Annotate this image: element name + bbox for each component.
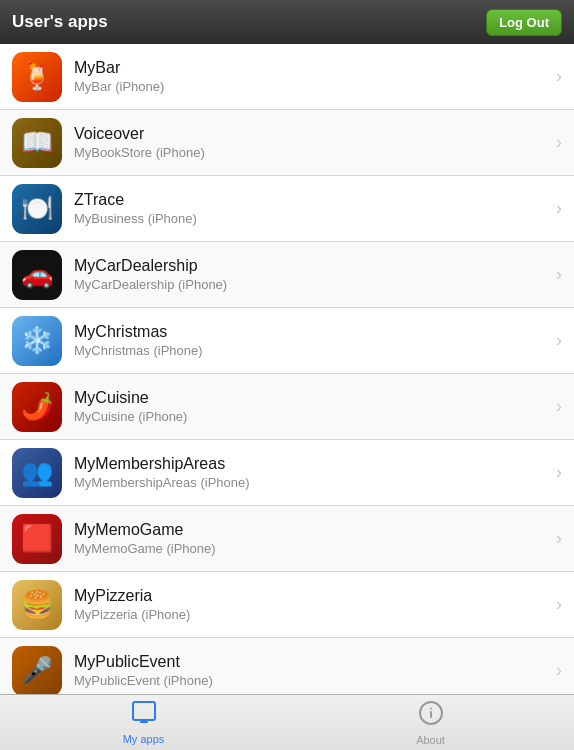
chevron-right-icon: ›: [556, 660, 562, 681]
app-info: Voiceover MyBookStore (iPhone): [74, 125, 548, 160]
list-item[interactable]: 🎤 MyPublicEvent MyPublicEvent (iPhone) ›: [0, 638, 574, 694]
app-info: ZTrace MyBusiness (iPhone): [74, 191, 548, 226]
mycuisine-icon: 🌶️: [12, 382, 62, 432]
app-info: MyCuisine MyCuisine (iPhone): [74, 389, 548, 424]
app-icon: 🍹: [12, 52, 62, 102]
app-icon: 🍽️: [12, 184, 62, 234]
chevron-right-icon: ›: [556, 594, 562, 615]
tab-bar: My apps About: [0, 694, 574, 750]
mymembershipareas-icon: 👥: [12, 448, 62, 498]
chevron-right-icon: ›: [556, 396, 562, 417]
app-icon: 🌶️: [12, 382, 62, 432]
tab-myapps[interactable]: My apps: [0, 697, 287, 749]
list-item[interactable]: 🌶️ MyCuisine MyCuisine (iPhone) ›: [0, 374, 574, 440]
svg-rect-3: [430, 711, 432, 718]
app-subtitle: MyCuisine (iPhone): [74, 409, 548, 424]
app-subtitle: MyMemoGame (iPhone): [74, 541, 548, 556]
app-name: MyPublicEvent: [74, 653, 548, 671]
app-subtitle: MyPizzeria (iPhone): [74, 607, 548, 622]
app-icon: 🍔: [12, 580, 62, 630]
list-item[interactable]: 🍽️ ZTrace MyBusiness (iPhone) ›: [0, 176, 574, 242]
info-icon: [418, 700, 444, 732]
chevron-right-icon: ›: [556, 264, 562, 285]
app-info: MyCarDealership MyCarDealership (iPhone): [74, 257, 548, 292]
ztrace-icon: 🍽️: [12, 184, 62, 234]
app-name: MyCarDealership: [74, 257, 548, 275]
chevron-right-icon: ›: [556, 66, 562, 87]
app-name: MyCuisine: [74, 389, 548, 407]
chevron-right-icon: ›: [556, 132, 562, 153]
mycardealership-icon: 🚗: [12, 250, 62, 300]
app-icon: 📖: [12, 118, 62, 168]
app-name: MyChristmas: [74, 323, 548, 341]
svg-rect-4: [430, 707, 432, 709]
app-list: 🍹 MyBar MyBar (iPhone) › 📖 Voiceover MyB…: [0, 44, 574, 694]
tablet-icon: [130, 701, 158, 731]
header: User's apps Log Out: [0, 0, 574, 44]
list-item[interactable]: 🍔 MyPizzeria MyPizzeria (iPhone) ›: [0, 572, 574, 638]
app-name: MyPizzeria: [74, 587, 548, 605]
header-title: User's apps: [12, 12, 108, 32]
chevron-right-icon: ›: [556, 330, 562, 351]
mypublicevent-icon: 🎤: [12, 646, 62, 695]
app-info: MyChristmas MyChristmas (iPhone): [74, 323, 548, 358]
app-icon: 🟥: [12, 514, 62, 564]
app-icon: 👥: [12, 448, 62, 498]
mychristmas-icon: ❄️: [12, 316, 62, 366]
app-icon: 🚗: [12, 250, 62, 300]
app-name: MyMemoGame: [74, 521, 548, 539]
list-item[interactable]: 🚗 MyCarDealership MyCarDealership (iPhon…: [0, 242, 574, 308]
app-name: Voiceover: [74, 125, 548, 143]
chevron-right-icon: ›: [556, 528, 562, 549]
chevron-right-icon: ›: [556, 462, 562, 483]
tab-about[interactable]: About: [287, 696, 574, 750]
mybar-icon: 🍹: [12, 52, 62, 102]
list-item[interactable]: 🟥 MyMemoGame MyMemoGame (iPhone) ›: [0, 506, 574, 572]
app-name: MyMembershipAreas: [74, 455, 548, 473]
app-info: MyPublicEvent MyPublicEvent (iPhone): [74, 653, 548, 688]
list-item[interactable]: 👥 MyMembershipAreas MyMembershipAreas (i…: [0, 440, 574, 506]
tab-about-label: About: [416, 734, 445, 746]
app-subtitle: MyChristmas (iPhone): [74, 343, 548, 358]
chevron-right-icon: ›: [556, 198, 562, 219]
app-subtitle: MyBusiness (iPhone): [74, 211, 548, 226]
app-subtitle: MyMembershipAreas (iPhone): [74, 475, 548, 490]
app-icon: ❄️: [12, 316, 62, 366]
app-subtitle: MyCarDealership (iPhone): [74, 277, 548, 292]
mypizzeria-icon: 🍔: [12, 580, 62, 630]
app-subtitle: MyBookStore (iPhone): [74, 145, 548, 160]
app-icon: 🎤: [12, 646, 62, 695]
svg-rect-0: [133, 702, 155, 720]
app-info: MyBar MyBar (iPhone): [74, 59, 548, 94]
app-info: MyMemoGame MyMemoGame (iPhone): [74, 521, 548, 556]
app-info: MyMembershipAreas MyMembershipAreas (iPh…: [74, 455, 548, 490]
mymemogame-icon: 🟥: [12, 514, 62, 564]
list-item[interactable]: ❄️ MyChristmas MyChristmas (iPhone) ›: [0, 308, 574, 374]
app-name: ZTrace: [74, 191, 548, 209]
list-item[interactable]: 🍹 MyBar MyBar (iPhone) ›: [0, 44, 574, 110]
svg-rect-1: [140, 721, 148, 723]
voiceover-icon: 📖: [12, 118, 62, 168]
tab-myapps-label: My apps: [123, 733, 165, 745]
list-item[interactable]: 📖 Voiceover MyBookStore (iPhone) ›: [0, 110, 574, 176]
logout-button[interactable]: Log Out: [486, 9, 562, 36]
app-info: MyPizzeria MyPizzeria (iPhone): [74, 587, 548, 622]
app-subtitle: MyPublicEvent (iPhone): [74, 673, 548, 688]
app-subtitle: MyBar (iPhone): [74, 79, 548, 94]
app-name: MyBar: [74, 59, 548, 77]
